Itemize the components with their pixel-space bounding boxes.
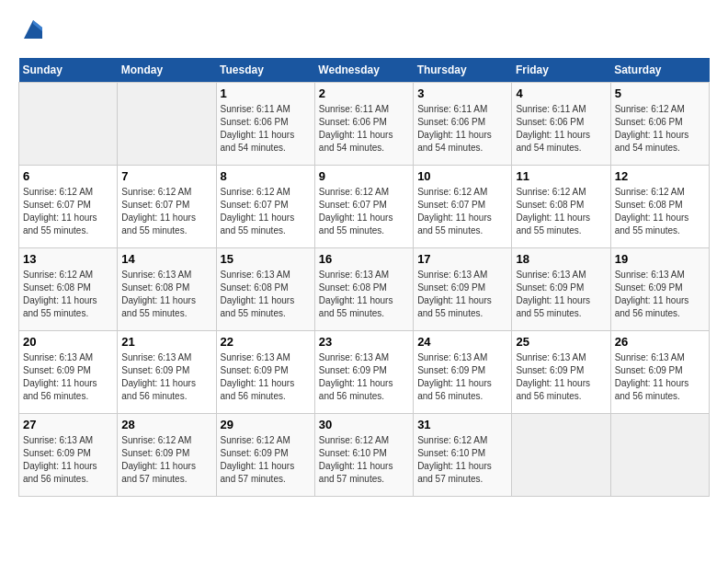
calendar-cell [512,414,610,497]
calendar-cell: 23Sunrise: 6:13 AM Sunset: 6:09 PM Dayli… [314,331,413,414]
day-number: 14 [121,252,211,266]
day-number: 13 [23,252,113,266]
day-info: Sunrise: 6:13 AM Sunset: 6:09 PM Dayligh… [615,351,705,403]
day-info: Sunrise: 6:13 AM Sunset: 6:09 PM Dayligh… [23,351,113,403]
day-info: Sunrise: 6:13 AM Sunset: 6:08 PM Dayligh… [319,269,409,320]
day-number: 16 [319,252,409,266]
calendar-cell: 7Sunrise: 6:12 AM Sunset: 6:07 PM Daylig… [118,166,216,248]
calendar-cell: 13Sunrise: 6:12 AM Sunset: 6:08 PM Dayli… [19,248,118,331]
day-number: 7 [121,169,211,183]
day-info: Sunrise: 6:13 AM Sunset: 6:09 PM Dayligh… [221,351,311,403]
day-info: Sunrise: 6:12 AM Sunset: 6:10 PM Dayligh… [319,434,409,486]
calendar-cell: 19Sunrise: 6:13 AM Sunset: 6:09 PM Dayli… [610,248,709,331]
day-info: Sunrise: 6:12 AM Sunset: 6:07 PM Dayligh… [221,186,311,237]
day-info: Sunrise: 6:12 AM Sunset: 6:07 PM Dayligh… [121,186,211,237]
day-info: Sunrise: 6:11 AM Sunset: 6:06 PM Dayligh… [516,103,606,155]
day-number: 4 [516,86,606,100]
day-info: Sunrise: 6:13 AM Sunset: 6:09 PM Dayligh… [516,269,606,320]
calendar-week-row: 13Sunrise: 6:12 AM Sunset: 6:08 PM Dayli… [19,248,710,331]
day-number: 29 [221,418,311,431]
day-info: Sunrise: 6:12 AM Sunset: 6:07 PM Dayligh… [319,186,409,237]
weekday-header-sunday: Sunday [19,58,118,83]
day-info: Sunrise: 6:13 AM Sunset: 6:09 PM Dayligh… [121,351,211,403]
day-number: 1 [221,86,311,100]
day-info: Sunrise: 6:12 AM Sunset: 6:07 PM Dayligh… [417,186,507,237]
calendar-cell: 15Sunrise: 6:13 AM Sunset: 6:08 PM Dayli… [216,248,314,331]
calendar-week-row: 27Sunrise: 6:13 AM Sunset: 6:09 PM Dayli… [19,414,710,497]
day-number: 10 [417,169,507,183]
calendar-cell [19,83,118,166]
day-number: 23 [319,335,409,349]
day-number: 2 [319,86,409,100]
calendar-cell: 27Sunrise: 6:13 AM Sunset: 6:09 PM Dayli… [19,414,118,497]
calendar-cell: 30Sunrise: 6:12 AM Sunset: 6:10 PM Dayli… [314,414,413,497]
day-info: Sunrise: 6:13 AM Sunset: 6:09 PM Dayligh… [417,269,507,320]
day-number: 3 [417,86,507,100]
weekday-header-wednesday: Wednesday [314,58,413,83]
day-info: Sunrise: 6:12 AM Sunset: 6:07 PM Dayligh… [23,186,113,237]
day-info: Sunrise: 6:12 AM Sunset: 6:09 PM Dayligh… [121,434,211,486]
day-number: 28 [121,418,211,431]
calendar-week-row: 20Sunrise: 6:13 AM Sunset: 6:09 PM Dayli… [19,331,710,414]
day-info: Sunrise: 6:13 AM Sunset: 6:09 PM Dayligh… [319,351,409,403]
day-number: 21 [121,335,211,349]
day-number: 6 [23,169,113,183]
calendar-cell: 18Sunrise: 6:13 AM Sunset: 6:09 PM Dayli… [512,248,610,331]
logo-icon [18,31,46,47]
day-number: 8 [221,169,311,183]
day-number: 27 [23,418,113,431]
calendar-cell: 9Sunrise: 6:12 AM Sunset: 6:07 PM Daylig… [314,166,413,248]
day-info: Sunrise: 6:13 AM Sunset: 6:09 PM Dayligh… [23,434,113,486]
calendar-cell [118,83,216,166]
logo [18,18,46,49]
day-info: Sunrise: 6:11 AM Sunset: 6:06 PM Dayligh… [319,103,409,155]
calendar-cell: 22Sunrise: 6:13 AM Sunset: 6:09 PM Dayli… [216,331,314,414]
day-info: Sunrise: 6:13 AM Sunset: 6:09 PM Dayligh… [516,351,606,403]
calendar-cell: 6Sunrise: 6:12 AM Sunset: 6:07 PM Daylig… [19,166,118,248]
calendar-cell: 5Sunrise: 6:12 AM Sunset: 6:06 PM Daylig… [610,83,709,166]
calendar-cell: 20Sunrise: 6:13 AM Sunset: 6:09 PM Dayli… [19,331,118,414]
calendar-week-row: 6Sunrise: 6:12 AM Sunset: 6:07 PM Daylig… [19,166,710,248]
day-number: 22 [221,335,311,349]
day-info: Sunrise: 6:13 AM Sunset: 6:08 PM Dayligh… [221,269,311,320]
day-number: 18 [516,252,606,266]
day-number: 9 [319,169,409,183]
calendar-table: SundayMondayTuesdayWednesdayThursdayFrid… [18,58,710,497]
calendar-cell: 1Sunrise: 6:11 AM Sunset: 6:06 PM Daylig… [216,83,314,166]
weekday-header-thursday: Thursday [414,58,512,83]
weekday-header-tuesday: Tuesday [216,58,314,83]
day-number: 17 [417,252,507,266]
calendar-cell: 4Sunrise: 6:11 AM Sunset: 6:06 PM Daylig… [512,83,610,166]
calendar-cell: 24Sunrise: 6:13 AM Sunset: 6:09 PM Dayli… [414,331,512,414]
day-number: 24 [417,335,507,349]
calendar-cell: 16Sunrise: 6:13 AM Sunset: 6:08 PM Dayli… [314,248,413,331]
calendar-cell: 11Sunrise: 6:12 AM Sunset: 6:08 PM Dayli… [512,166,610,248]
day-number: 12 [615,169,705,183]
day-info: Sunrise: 6:11 AM Sunset: 6:06 PM Dayligh… [221,103,311,155]
calendar-cell: 21Sunrise: 6:13 AM Sunset: 6:09 PM Dayli… [118,331,216,414]
calendar-week-row: 1Sunrise: 6:11 AM Sunset: 6:06 PM Daylig… [19,83,710,166]
day-number: 31 [417,418,507,431]
weekday-header-saturday: Saturday [610,58,709,83]
calendar-cell: 29Sunrise: 6:12 AM Sunset: 6:09 PM Dayli… [216,414,314,497]
calendar-cell: 10Sunrise: 6:12 AM Sunset: 6:07 PM Dayli… [414,166,512,248]
day-number: 26 [615,335,705,349]
day-info: Sunrise: 6:12 AM Sunset: 6:08 PM Dayligh… [516,186,606,237]
calendar-cell: 8Sunrise: 6:12 AM Sunset: 6:07 PM Daylig… [216,166,314,248]
day-number: 15 [221,252,311,266]
calendar-cell: 26Sunrise: 6:13 AM Sunset: 6:09 PM Dayli… [610,331,709,414]
day-info: Sunrise: 6:13 AM Sunset: 6:09 PM Dayligh… [417,351,507,403]
calendar-cell: 25Sunrise: 6:13 AM Sunset: 6:09 PM Dayli… [512,331,610,414]
day-info: Sunrise: 6:12 AM Sunset: 6:08 PM Dayligh… [615,186,705,237]
day-number: 11 [516,169,606,183]
calendar-cell: 2Sunrise: 6:11 AM Sunset: 6:06 PM Daylig… [314,83,413,166]
day-number: 19 [615,252,705,266]
day-number: 25 [516,335,606,349]
calendar-cell: 17Sunrise: 6:13 AM Sunset: 6:09 PM Dayli… [414,248,512,331]
day-number: 20 [23,335,113,349]
day-info: Sunrise: 6:12 AM Sunset: 6:10 PM Dayligh… [417,434,507,486]
day-info: Sunrise: 6:13 AM Sunset: 6:09 PM Dayligh… [615,269,705,320]
calendar-cell [610,414,709,497]
day-info: Sunrise: 6:12 AM Sunset: 6:06 PM Dayligh… [615,103,705,155]
page-header [18,18,710,49]
